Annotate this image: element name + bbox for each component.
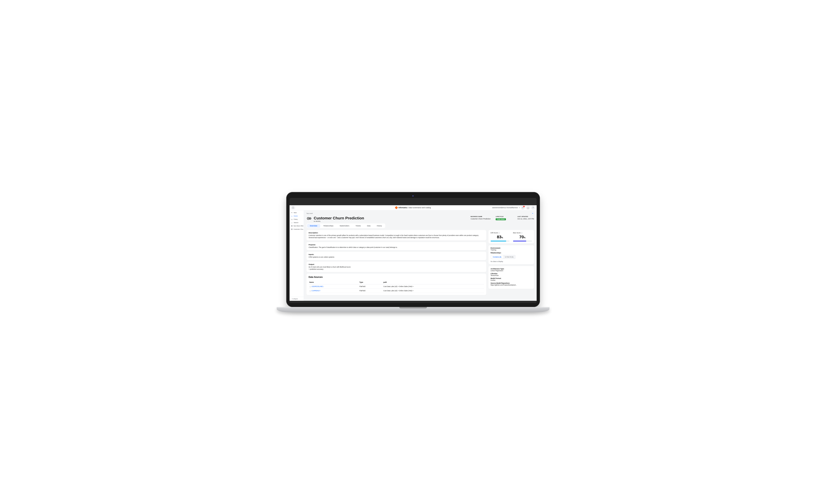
last-updated-label: Last Updated — [517, 216, 534, 217]
data-source-link[interactable]: CURRENCY — [312, 290, 320, 292]
sidebar-item-home[interactable]: ⌂Home — [290, 214, 304, 218]
tab-overview[interactable]: Overview — [307, 224, 320, 228]
drift-score-label: Drift Score — [491, 232, 498, 234]
brand-name: Informatica — [398, 207, 407, 208]
tab-relationships[interactable]: Relationships — [320, 224, 337, 228]
repo-value: https://github.com/Featuretools/pred... — [491, 284, 517, 286]
info-icon[interactable]: ⓘ — [498, 232, 500, 234]
bias-score-bar — [513, 241, 532, 242]
breadcrumb[interactable]: Top Level — [306, 212, 313, 214]
data-sources-title: Data Sources — [309, 276, 484, 278]
page-title: Customer Churn Prediction — [314, 216, 468, 220]
sidebar-item-next-best-offer[interactable]: ⚙Next Best Offer — [290, 224, 304, 228]
purpose-body: Classification. The goal of classificati… — [309, 246, 484, 248]
sidebar-icon: ⌕ — [291, 222, 293, 224]
output-title: Output: — [309, 263, 484, 265]
inputs-body: CRM systems & core orders systems — [309, 256, 484, 258]
purpose-title: Purpose: — [309, 244, 484, 246]
description-body: Customer retention is one of the primary… — [309, 234, 484, 239]
sidebar-item-label: Customer Chu... — [294, 229, 304, 230]
laptop-base — [277, 307, 549, 312]
table-row[interactable]: ADDRESSLINE1FlatFieldCust Data Lake (s3)… — [309, 285, 484, 289]
collapse-label: Collapse — [292, 298, 298, 300]
last-updated-value: Oct 12, 2021, 2:57 PM — [517, 218, 534, 220]
path-cell: Cust Data Lake (s3) > Online Sales (Hist… — [382, 289, 484, 293]
app-grip-icon[interactable] — [291, 206, 295, 209]
column-header[interactable]: path — [382, 280, 484, 285]
drift-score-value: 83% — [491, 235, 510, 239]
drift-score-bar — [491, 241, 510, 242]
data-source-link[interactable]: ADDRESSLINE1 — [312, 286, 323, 288]
business-name-value: Customer Churn Prediction — [471, 218, 491, 220]
contains-tab[interactable]: Contains (0) — [491, 255, 503, 259]
output-body: ist of Users who are most likely to chur… — [309, 266, 484, 270]
column-header[interactable]: Name — [309, 280, 359, 285]
user-button[interactable]: △ — [526, 206, 530, 210]
libraries-label: Libraries: — [491, 273, 532, 274]
account-name[interactable]: awsreinventdemo1-fromselfservice — [492, 207, 518, 208]
sidebar-item-label: Policy — [294, 218, 298, 220]
architecture-value: Linear Regression — [491, 270, 504, 271]
info-icon[interactable]: ⓘ — [521, 232, 523, 234]
camera-icon — [412, 195, 414, 197]
drag-icon[interactable] — [309, 286, 311, 288]
chevron-down-icon[interactable]: ▾ — [519, 207, 520, 208]
business-name-label: Business Name — [471, 216, 491, 217]
description-title: Description: — [309, 232, 484, 234]
tab-tickets[interactable]: Tickets — [353, 224, 364, 228]
collapse-button[interactable]: ‹ Collapse — [290, 297, 304, 301]
lifecycle-badge: Published — [496, 218, 506, 220]
sidebar-item-new[interactable]: +New — [290, 211, 304, 214]
scores-card: Drift Scoreⓘ 83% Bias Scoreⓘ 70% — [488, 230, 534, 244]
model-format-label: Model Format: — [491, 277, 532, 279]
type-cell: FlatField — [359, 289, 382, 293]
relationships-label: Relationships: — [491, 252, 532, 254]
model-format-value: Docker — [491, 279, 496, 281]
main-panel: Top Level ✕ Customer Churn Prediction — [304, 210, 537, 301]
inputs-card: Inputs: CRM systems & core orders system… — [306, 252, 486, 260]
product-name: Data Governance and Catalog — [409, 207, 431, 208]
sidebar-item-label: Search — [294, 222, 298, 224]
sidebar-item-label: Next Best Offer — [294, 225, 304, 227]
drag-icon[interactable] — [309, 290, 311, 292]
model-details-card: Architecture Type:Linear Regression Libr… — [488, 266, 534, 289]
sidebar-icon: + — [291, 212, 293, 214]
architecture-label: Architecture Type: — [491, 268, 532, 270]
help-button[interactable]: ? — [531, 206, 535, 210]
inputs-title: Inputs: — [309, 254, 484, 255]
tab-history[interactable]: History — [374, 224, 385, 228]
output-card: Output: ist of Users who are most likely… — [306, 262, 486, 272]
brand-logo-icon — [395, 206, 398, 209]
laptop-frame: Informatica Data Governance and Catalog … — [286, 192, 540, 312]
data-sources-table: NameTypepath ADDRESSLINE1FlatFieldCust D… — [309, 280, 484, 293]
sidebar-icon: ⚙ — [291, 229, 293, 230]
sidebar-item-customer-chu-[interactable]: ⚙Customer Chu... — [290, 228, 304, 231]
is-part-of-tab[interactable]: Is Part Of (0) — [503, 255, 515, 259]
environment-value: Training — [491, 249, 496, 251]
repo-label: Source Model Repository: — [491, 282, 532, 284]
sidebar-item-label: Home — [294, 215, 298, 217]
topbar: Informatica Data Governance and Catalog … — [290, 205, 537, 210]
table-row[interactable]: CURRENCYFlatFieldCust Data Lake (s3) > O… — [309, 289, 484, 293]
description-card: Description: Customer retention is one o… — [306, 230, 486, 241]
sidebar-item-label: New — [294, 212, 297, 213]
chevron-left-icon: ‹ — [291, 298, 292, 300]
path-cell: Cust Data Lake (s3) > Online Sales (Hist… — [382, 285, 484, 289]
type-cell: FlatField — [359, 285, 382, 289]
tabs: OverviewRelationshipsStakeholdersTickets… — [306, 224, 386, 228]
sidebar-item-policy[interactable]: ☺Policy — [290, 218, 304, 221]
notifications-button[interactable]: ⚐ — [521, 206, 525, 210]
libraries-value: TensorFlow — [491, 274, 498, 276]
sidebar-icon: ☺ — [291, 218, 293, 220]
close-button[interactable]: ✕ — [531, 212, 534, 215]
bias-score-label: Bias Score — [513, 232, 521, 234]
purpose-card: Purpose: Classification. The goal of cla… — [306, 242, 486, 250]
column-header[interactable]: Type — [359, 280, 382, 285]
data-sources-card: Data Sources NameTypepath ADDRESSLINE1Fl… — [306, 273, 486, 295]
sidebar-item-search[interactable]: ⌕Search — [290, 221, 304, 224]
tab-data[interactable]: Data — [364, 224, 373, 228]
environment-card: Environment:Training Relationships: Cont… — [488, 245, 534, 264]
environment-label: Environment: — [491, 247, 532, 249]
tab-stakeholders[interactable]: Stakeholders — [337, 224, 352, 228]
ai-model-icon — [306, 216, 312, 221]
